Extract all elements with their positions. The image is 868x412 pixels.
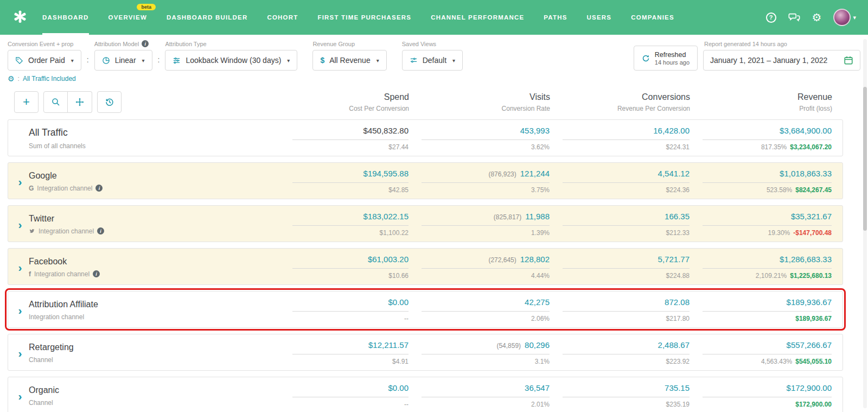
visits-value[interactable]: 453,993: [520, 126, 550, 135]
expand-chevron-icon[interactable]: ›: [15, 347, 25, 359]
visits-value[interactable]: 36,547: [525, 383, 550, 392]
nav-item-dashboard[interactable]: DASHBOARD: [42, 0, 89, 35]
header-visits-primary[interactable]: Visits: [422, 92, 550, 102]
revenue-group-dropdown[interactable]: $ All Revenue ▾: [312, 50, 386, 71]
visits-value[interactable]: 80,296: [525, 340, 550, 350]
visits-value[interactable]: 121,244: [520, 169, 550, 178]
table-row[interactable]: › Organic Channel $0.00 -- 36,547 2.01% …: [8, 377, 843, 412]
revenue-value[interactable]: $1,286,683.33: [780, 255, 832, 264]
conversions-value[interactable]: 16,428.00: [653, 126, 690, 135]
table-row[interactable]: › Facebook f Integration channel $61,003…: [8, 248, 843, 285]
spend-value[interactable]: $61,003.20: [368, 255, 409, 264]
expand-chevron-icon[interactable]: ›: [15, 219, 25, 230]
gear-icon[interactable]: ⚙: [8, 75, 15, 83]
header-conversions: Conversions Revenue Per Conversion: [550, 91, 690, 112]
date-range-picker[interactable]: January 1, 2021 – January 1, 2022: [703, 50, 860, 71]
revenue-value[interactable]: $35,321.67: [791, 212, 832, 221]
nav-item-overview-label: OVERVIEW: [108, 14, 147, 21]
expand-chevron-icon[interactable]: ›: [15, 262, 25, 273]
conversions-value[interactable]: 166.35: [665, 212, 690, 221]
conversions-cell: 2,488.67 $223.92: [550, 340, 690, 365]
visits-value[interactable]: 128,802: [520, 255, 550, 264]
revenue-value[interactable]: $1,018,863.33: [780, 169, 832, 178]
add-button[interactable]: +: [14, 91, 39, 113]
table-row[interactable]: › Retargeting Channel $12,211.57 $4.91 (…: [8, 334, 843, 371]
channel-name: Retargeting: [29, 343, 74, 352]
conversion-rate: 3.62%: [422, 143, 550, 151]
channel-subtitle: Integration channel: [29, 313, 98, 321]
revenue-value[interactable]: $189,936.67: [787, 297, 832, 307]
revenue-value[interactable]: $557,266.67: [787, 340, 832, 350]
calendar-icon: [844, 55, 853, 65]
user-menu[interactable]: ▾: [833, 9, 856, 26]
history-button[interactable]: [97, 91, 122, 113]
table-row[interactable]: › Attribution Affiliate Integration chan…: [8, 291, 843, 328]
expand-chevron-icon[interactable]: ›: [15, 176, 25, 187]
header-spend-primary[interactable]: Spend: [293, 92, 409, 102]
spend-value[interactable]: $0.00: [388, 383, 409, 392]
search-button[interactable]: [43, 91, 68, 113]
table-row[interactable]: › Twitter Integration channel $183,022.1…: [8, 205, 843, 242]
nav-item-first-time-purchasers[interactable]: FIRST TIME PURCHASERS: [317, 0, 411, 35]
nav-item-cohort[interactable]: COHORT: [267, 0, 298, 35]
cost-per-conversion: $42.85: [292, 186, 409, 194]
conversion-event-dropdown[interactable]: Order Paid ▾: [8, 50, 81, 71]
visits-value[interactable]: 42,275: [525, 297, 550, 307]
expand-chevron-icon[interactable]: ›: [15, 390, 25, 402]
profit-loss: 2,109.21%$1,225,680.13: [703, 272, 832, 280]
attribution-type-dropdown[interactable]: Lookback Window (30 days) ▾: [165, 50, 297, 71]
profit-loss: 19.30%-$147,700.48: [703, 229, 832, 237]
nav-item-users[interactable]: USERS: [587, 0, 612, 35]
attribution-model-dropdown[interactable]: Linear ▾: [94, 50, 152, 71]
conversions-value[interactable]: 5,721.77: [658, 255, 690, 264]
visits-value[interactable]: 11,988: [525, 212, 550, 221]
scrollbar[interactable]: [863, 39, 867, 408]
nav-item-channel-performance[interactable]: CHANNEL PERFORMANCE: [431, 0, 524, 35]
conversions-value[interactable]: 735.15: [665, 383, 690, 392]
header-conversions-secondary[interactable]: Revenue Per Conversion: [563, 105, 690, 112]
avatar[interactable]: [833, 9, 851, 26]
revenue-per-conversion: $217.80: [563, 315, 690, 322]
conversions-value[interactable]: 872.08: [665, 297, 690, 307]
refresh-button[interactable]: Refreshed 14 hours ago: [634, 46, 698, 71]
header-conversions-primary[interactable]: Conversions: [563, 92, 690, 102]
google-icon: G: [29, 185, 34, 192]
nav-item-overview[interactable]: OVERVIEWbeta: [108, 0, 147, 35]
refresh-text: Refreshed 14 hours ago: [655, 51, 690, 66]
revenue-value[interactable]: $172,900.00: [787, 383, 832, 392]
attribution-model-label: Attribution Model: [94, 40, 152, 47]
move-icon: [75, 97, 85, 107]
channel-subtitle: Channel: [29, 356, 74, 364]
revenue-value[interactable]: $3,684,900.00: [780, 126, 832, 135]
revenue-cell: $557,266.67 4,563.43%$545,055.10: [690, 340, 832, 365]
conversions-value[interactable]: 4,541.12: [658, 169, 690, 178]
header-spend-secondary[interactable]: Cost Per Conversion: [293, 105, 409, 112]
spend-value[interactable]: $183,022.15: [363, 212, 409, 221]
spend-value[interactable]: $12,211.57: [368, 340, 409, 350]
nav-item-dashboard-builder[interactable]: DASHBOARD BUILDER: [167, 0, 247, 35]
sliders-icon: [173, 56, 181, 65]
gear-icon[interactable]: ⚙: [812, 12, 822, 23]
pie-chart-icon: [102, 56, 110, 65]
saved-views-dropdown[interactable]: Default ▾: [402, 50, 463, 71]
app-logo[interactable]: [12, 0, 28, 35]
revenue-cell: $172,900.00 $172,900.00: [690, 383, 832, 408]
table-row[interactable]: › All Traffic Sum of all channels $450,8…: [8, 119, 843, 156]
nav-item-paths[interactable]: PATHS: [544, 0, 567, 35]
spend-value[interactable]: $0.00: [388, 297, 409, 307]
conversions-value[interactable]: 2,488.67: [658, 340, 690, 350]
table-row[interactable]: › Google G Integration channel $194,595.…: [8, 162, 843, 199]
all-traffic-included-link[interactable]: All Traffic Included: [23, 75, 76, 83]
header-visits-secondary[interactable]: Conversion Rate: [422, 105, 550, 112]
spend-value[interactable]: $194,595.88: [363, 169, 409, 178]
conversions-cell: 735.15 $235.19: [550, 383, 690, 408]
nav-item-companies[interactable]: COMPANIES: [631, 0, 674, 35]
header-revenue-primary[interactable]: Revenue: [703, 92, 832, 102]
chevron-down-icon: ▾: [142, 58, 145, 64]
expand-chevron-icon[interactable]: ›: [15, 305, 25, 316]
chat-icon[interactable]: [788, 11, 800, 23]
help-icon[interactable]: [766, 12, 776, 23]
move-button[interactable]: [68, 91, 92, 113]
header-revenue-secondary[interactable]: Profit (loss): [703, 105, 832, 112]
scrollbar-thumb[interactable]: [863, 87, 867, 231]
